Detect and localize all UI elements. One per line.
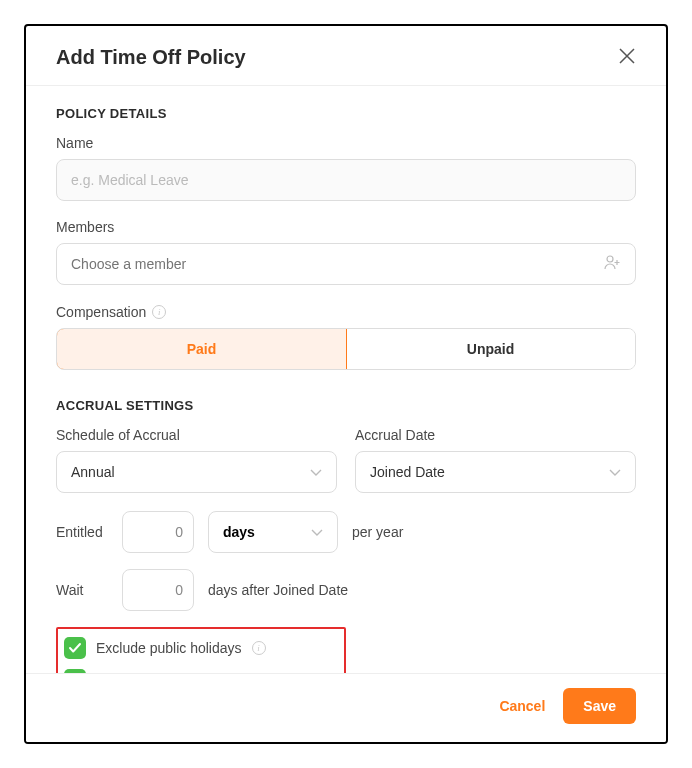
wait-label: Wait	[56, 582, 108, 598]
modal-title: Add Time Off Policy	[56, 46, 246, 69]
compensation-unpaid-option[interactable]: Unpaid	[346, 329, 635, 369]
accrual-top-row: Schedule of Accrual Annual Accrual Date …	[56, 427, 636, 493]
schedule-label: Schedule of Accrual	[56, 427, 337, 443]
entitled-label: Entitled	[56, 524, 108, 540]
exclude-public-holidays-checkbox[interactable]	[64, 637, 86, 659]
modal-body: POLICY DETAILS Name Members Compensation…	[26, 86, 666, 673]
schedule-col: Schedule of Accrual Annual	[56, 427, 337, 493]
exclude-options-highlight: Exclude public holidays i Exclude non wo…	[56, 627, 346, 673]
schedule-select[interactable]: Annual	[56, 451, 337, 493]
modal-header: Add Time Off Policy	[26, 26, 666, 86]
close-icon	[618, 47, 636, 65]
entitled-input[interactable]	[122, 511, 194, 553]
chevron-down-icon	[311, 524, 323, 540]
schedule-value: Annual	[71, 464, 115, 480]
compensation-label: Compensation	[56, 304, 146, 320]
wait-suffix-text: days after Joined Date	[208, 582, 348, 598]
add-member-icon[interactable]	[604, 254, 622, 274]
accrual-settings-title: ACCRUAL SETTINGS	[56, 398, 636, 413]
policy-details-title: POLICY DETAILS	[56, 106, 636, 121]
cancel-button[interactable]: Cancel	[499, 698, 545, 714]
compensation-info-icon[interactable]: i	[152, 305, 166, 319]
members-field-wrap	[56, 243, 636, 285]
entitled-period-text: per year	[352, 524, 403, 540]
chevron-down-icon	[609, 464, 621, 480]
save-button[interactable]: Save	[563, 688, 636, 724]
modal-footer: Cancel Save	[26, 673, 666, 742]
compensation-label-row: Compensation i	[56, 304, 166, 320]
compensation-segmented: Paid Unpaid	[56, 328, 636, 370]
svg-point-0	[607, 256, 613, 262]
checkmark-icon	[68, 642, 82, 654]
add-time-off-policy-modal: Add Time Off Policy POLICY DETAILS Name …	[24, 24, 668, 744]
members-input[interactable]	[56, 243, 636, 285]
close-button[interactable]	[618, 47, 636, 69]
exclude-public-holidays-label: Exclude public holidays	[96, 640, 242, 656]
accrual-date-col: Accrual Date Joined Date	[355, 427, 636, 493]
accrual-date-select[interactable]: Joined Date	[355, 451, 636, 493]
wait-row: Wait days after Joined Date	[56, 569, 636, 611]
compensation-paid-option[interactable]: Paid	[56, 328, 347, 370]
entitled-unit-select[interactable]: days	[208, 511, 338, 553]
exclude-public-holidays-info-icon[interactable]: i	[252, 641, 266, 655]
name-input[interactable]	[56, 159, 636, 201]
members-label: Members	[56, 219, 636, 235]
entitled-row: Entitled days per year	[56, 511, 636, 553]
chevron-down-icon	[310, 464, 322, 480]
accrual-date-value: Joined Date	[370, 464, 445, 480]
accrual-date-label: Accrual Date	[355, 427, 636, 443]
wait-input[interactable]	[122, 569, 194, 611]
entitled-unit-value: days	[223, 524, 255, 540]
exclude-public-holidays-row: Exclude public holidays i	[64, 637, 334, 659]
name-label: Name	[56, 135, 636, 151]
